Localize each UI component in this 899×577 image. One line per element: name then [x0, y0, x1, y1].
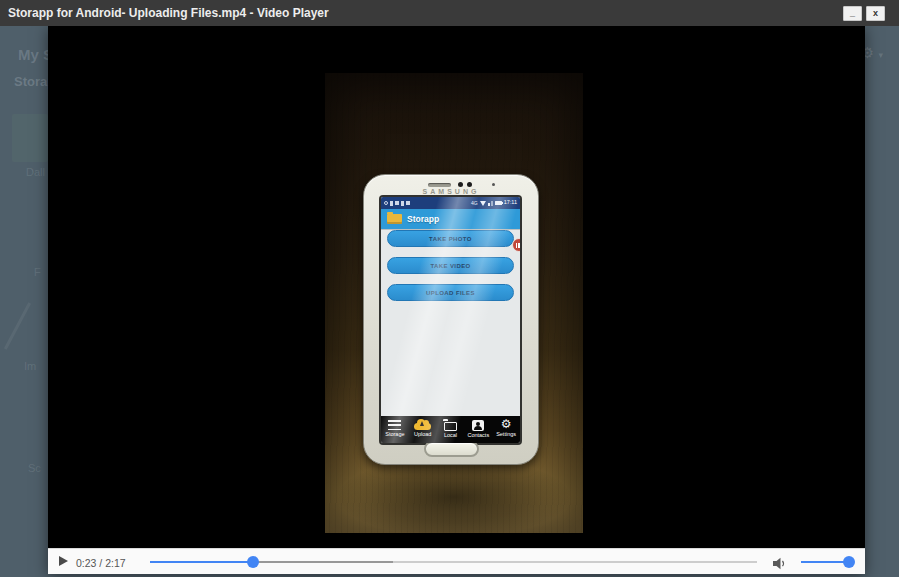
- video-player-modal: SAMSUNG 4G: [48, 26, 865, 574]
- nav-item-contacts: Contacts: [464, 416, 492, 443]
- screen-recorder-badge: [512, 238, 520, 252]
- gear-icon: ⚙: [501, 419, 512, 430]
- time-display: 0:23 / 2:17: [76, 557, 126, 569]
- volume-slider[interactable]: [801, 561, 849, 563]
- upload-files-button: UPLOAD FILES: [387, 284, 514, 301]
- nav-item-settings: ⚙ Settings: [492, 416, 520, 443]
- phone-led: [492, 183, 495, 186]
- background-file-label: Sc: [28, 462, 41, 474]
- background-file-label: Dall: [26, 166, 45, 178]
- nav-item-local: Local: [437, 416, 465, 443]
- app-notification-icon: [395, 201, 399, 205]
- pen-icon: [401, 201, 404, 206]
- video-frame-wood-desk: SAMSUNG 4G: [325, 73, 583, 533]
- app-title: Storapp: [407, 214, 439, 224]
- volume-handle[interactable]: [843, 556, 855, 568]
- list-icon: [388, 420, 401, 430]
- play-button[interactable]: [59, 556, 68, 566]
- window-buttons: _ x: [843, 6, 885, 21]
- clock-icon: [384, 201, 388, 205]
- phone-sensor: [458, 182, 463, 187]
- minimize-icon: _: [850, 9, 855, 18]
- status-bar-time: 17:11: [504, 200, 517, 206]
- background-file-label: F: [34, 266, 41, 278]
- app-action-bar: Storapp: [381, 209, 520, 229]
- nav-label: Storage: [385, 432, 404, 438]
- take-photo-button: TAKE PHOTO: [387, 230, 514, 247]
- nav-item-storage: Storage: [381, 416, 409, 443]
- window-title: Storapp for Android- Uploading Files.mp4…: [0, 6, 843, 20]
- notification-icons: [384, 201, 410, 206]
- contacts-icon: [472, 420, 484, 431]
- chevron-down-icon: ▾: [878, 50, 883, 60]
- close-button[interactable]: x: [866, 6, 885, 21]
- background-watermark: [4, 302, 31, 349]
- desktop-screen: My Stora Storapp f ⚙ ▾ Dall F Im Sc Stor…: [0, 0, 899, 577]
- progress-bar[interactable]: [150, 561, 757, 563]
- usb-icon: [390, 201, 393, 206]
- phone-shadow: [339, 458, 569, 536]
- progress-handle[interactable]: [247, 556, 259, 568]
- video-display[interactable]: SAMSUNG 4G: [48, 26, 865, 548]
- nav-label: Local: [444, 433, 457, 439]
- window-titlebar[interactable]: Storapp for Android- Uploading Files.mp4…: [0, 0, 899, 26]
- volume-fill: [801, 561, 849, 563]
- phone-speaker: [428, 183, 451, 187]
- close-icon: x: [873, 9, 878, 18]
- background-thumbnail: [12, 114, 48, 162]
- app-bottom-nav: Storage Upload Local: [381, 416, 520, 443]
- phone-brand-label: SAMSUNG: [364, 188, 538, 195]
- phone-screen: 4G 17:11 Storapp: [381, 197, 520, 443]
- phone-camera: [467, 182, 472, 187]
- nav-label: Settings: [496, 432, 516, 438]
- samsung-phone: SAMSUNG 4G: [363, 174, 539, 465]
- nav-label: Upload: [414, 432, 431, 438]
- phone-home-button: [424, 441, 479, 457]
- progress-fill: [150, 561, 253, 563]
- take-video-button: TAKE VIDEO: [387, 257, 514, 274]
- folder-icon: [444, 422, 457, 431]
- volume-icon[interactable]: [773, 556, 788, 574]
- network-type-label: 4G: [471, 201, 478, 206]
- minimize-button[interactable]: _: [843, 6, 862, 21]
- cloud-upload-icon: [414, 423, 431, 430]
- nav-label: Contacts: [467, 433, 489, 439]
- signal-icon: [488, 201, 493, 206]
- wifi-icon: [480, 201, 486, 206]
- android-status-bar: 4G 17:11: [381, 197, 520, 209]
- nav-item-upload: Upload: [409, 416, 437, 443]
- system-status-icons: 4G 17:11: [471, 200, 517, 206]
- background-file-label: Im: [24, 360, 36, 372]
- sd-card-icon: [406, 201, 410, 205]
- storapp-logo-icon: [387, 214, 402, 224]
- player-controls: 0:23 / 2:17: [48, 548, 865, 574]
- battery-icon: [495, 201, 502, 205]
